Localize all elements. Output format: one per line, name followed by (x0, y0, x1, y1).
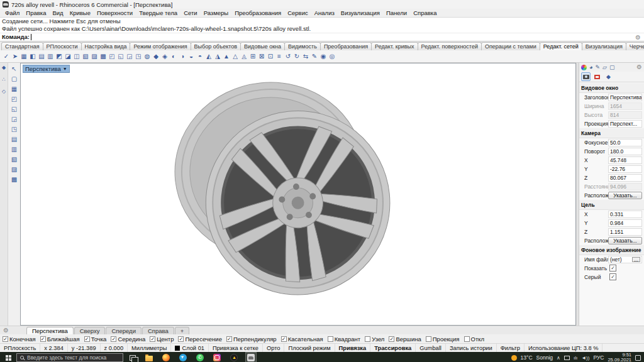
statusbar-item[interactable]: Фильтр (497, 344, 525, 352)
ribbon-tab[interactable]: Операции с телами (481, 42, 540, 50)
property-row[interactable]: Располож... Указать... (579, 236, 644, 245)
property-value[interactable]: Указать... (608, 237, 642, 244)
property-row[interactable]: Расстояни... 94.096 (579, 182, 644, 191)
osnap-item[interactable]: Касательная (281, 336, 323, 343)
property-row[interactable]: Z 1.151 (579, 228, 644, 236)
triangle-dot-icon[interactable]: ◬ (240, 52, 248, 62)
mesh-tool-2-icon[interactable]: ◰ (9, 94, 19, 104)
property-row[interactable]: Поворот 180.0 (579, 147, 644, 156)
statusbar-item[interactable]: Привязка к сетке (209, 344, 263, 352)
language-indicator[interactable]: РУС (593, 354, 604, 361)
osnap-item[interactable]: Откл (464, 336, 485, 343)
half-shade-bottom-icon[interactable]: ◒ (187, 52, 196, 62)
statusbar-item[interactable]: x 2.384 (40, 344, 68, 352)
osnap-item[interactable]: Квадрант (328, 336, 360, 343)
mesh-columns-icon[interactable]: ▥ (46, 52, 55, 62)
taskbar-app[interactable] (228, 352, 240, 362)
menu-item[interactable]: Кривые (67, 9, 94, 16)
tri-right-icon[interactable]: ◮ (213, 52, 222, 62)
property-row[interactable]: Камера (579, 128, 644, 138)
taskbar-app[interactable] (245, 352, 257, 362)
menu-item[interactable]: Сети (180, 9, 201, 16)
osnap-item[interactable]: Середина (111, 336, 145, 343)
plus-box-icon[interactable]: ⊞ (248, 52, 257, 62)
taskbar-app[interactable] (143, 352, 155, 362)
osnap-item[interactable]: Пересечение (178, 336, 221, 343)
viewport-tabs-gear-icon[interactable]: ⚙ (3, 327, 9, 334)
statusbar-item[interactable]: РПлоскость (0, 344, 40, 352)
property-row[interactable]: Ширина 1654 (579, 102, 644, 111)
property-row[interactable]: Имя файла (нет) (579, 255, 644, 264)
triangle-outline-icon[interactable]: △ (231, 52, 240, 62)
osnap-checkbox[interactable] (365, 336, 370, 342)
half-shade-right-icon[interactable]: ◑ (178, 52, 187, 62)
weather-label[interactable]: Sonnig (536, 354, 553, 361)
viewport-perspective[interactable]: Перспектива ▼ (20, 63, 576, 326)
ribbon-tab[interactable]: Черчение (626, 42, 644, 50)
taskbar-app[interactable] (177, 352, 189, 362)
property-row[interactable]: X 0.331 (579, 210, 644, 219)
property-row[interactable]: Z 80.067 (579, 173, 644, 182)
property-value[interactable]: Перспект... (608, 120, 642, 128)
property-row[interactable]: Высота 814 (579, 111, 644, 119)
property-row[interactable]: Располож... Указать... (579, 191, 644, 200)
mesh-tool-10-icon[interactable]: ▩ (9, 175, 19, 184)
select-pointer-icon[interactable]: ↖ (9, 64, 19, 74)
osnap-checkbox[interactable] (281, 336, 287, 342)
menu-item[interactable]: Твердые тела (136, 9, 180, 16)
property-value[interactable]: 50.0 (608, 139, 642, 146)
pointer-arrow-icon[interactable]: ➤ (11, 52, 19, 62)
mesh-sphere-icon[interactable]: ◍ (143, 52, 152, 62)
osnap-item[interactable]: Центр (150, 336, 174, 343)
ribbon-tab[interactable]: Настройка вида (81, 42, 131, 50)
osnap-item[interactable]: Узел (365, 336, 384, 343)
tray-display-icon[interactable] (564, 356, 570, 360)
property-row[interactable]: Видовое окно (579, 83, 644, 93)
osnap-checkbox[interactable] (178, 336, 184, 342)
ribbon-options-gear-icon[interactable]: ⚙ (635, 34, 641, 41)
menu-item[interactable]: Преобразования (231, 9, 284, 16)
osnap-checkbox[interactable] (84, 336, 90, 342)
display-monitor-icon[interactable]: ▢ (609, 64, 615, 70)
pencil-icon[interactable]: ✎ (310, 52, 319, 62)
property-value[interactable]: 814 (608, 111, 642, 119)
mesh-tool-7-icon[interactable]: ▥ (9, 145, 19, 154)
property-value[interactable]: 1.151 (608, 228, 642, 236)
mesh-rows-icon[interactable]: ▤ (37, 52, 46, 62)
osnap-item[interactable]: Перпендикуляр (226, 336, 277, 343)
ribbon-tab[interactable]: РПлоскости (43, 42, 82, 50)
mesh-dense-icon[interactable]: ▩ (99, 52, 108, 62)
mesh-tool-6-icon[interactable]: ▤ (9, 134, 19, 144)
osnap-checkbox[interactable] (150, 336, 155, 342)
taskbar-app[interactable] (194, 352, 206, 362)
viewport-tab[interactable]: + (175, 327, 190, 334)
property-row[interactable]: Фоновое изображение (579, 245, 644, 255)
property-row[interactable]: X 45.748 (579, 156, 644, 165)
property-value[interactable]: (нет) (608, 256, 642, 263)
mesh-tool-1-icon[interactable]: ▦ (9, 84, 19, 94)
statusbar-item[interactable]: z 0.000 (101, 344, 128, 352)
task-view-icon[interactable] (130, 355, 136, 361)
property-row[interactable]: Цель (579, 200, 644, 210)
action-center-icon[interactable] (635, 355, 641, 361)
menu-item[interactable]: Визуализация (338, 9, 383, 16)
property-value[interactable]: Перспектива (608, 94, 642, 101)
tray-expand-chevron-icon[interactable]: ∧ (557, 355, 560, 361)
volume-icon[interactable]: ◄)) (581, 355, 589, 361)
statusbar-item[interactable]: Использование ЦП: 3.8 % (525, 344, 603, 352)
panel-gear-icon[interactable]: ⚙ (636, 64, 642, 70)
viewport-tab[interactable]: Сверху (74, 327, 106, 334)
property-value[interactable]: 180.0 (608, 148, 642, 155)
dot-box-icon[interactable]: ⊡ (266, 52, 275, 62)
annotate-pen-icon[interactable]: ✎ (595, 64, 600, 70)
property-value[interactable]: 1654 (608, 102, 642, 110)
diamond-icon[interactable]: ◆ (152, 52, 160, 62)
ribbon-tab[interactable]: Редакт. поверхностей (418, 42, 482, 50)
viewport-title-tab[interactable]: Перспектива ▼ (23, 65, 70, 73)
property-row[interactable]: Серый (579, 273, 644, 282)
menu-item[interactable]: Справка (410, 9, 440, 16)
half-shade-left-icon[interactable]: ◐ (169, 52, 178, 62)
statusbar-item[interactable]: Привязка (335, 344, 371, 352)
property-value[interactable]: 94.096 (608, 183, 642, 190)
mesh-half-icon[interactable]: ◧ (28, 52, 37, 62)
